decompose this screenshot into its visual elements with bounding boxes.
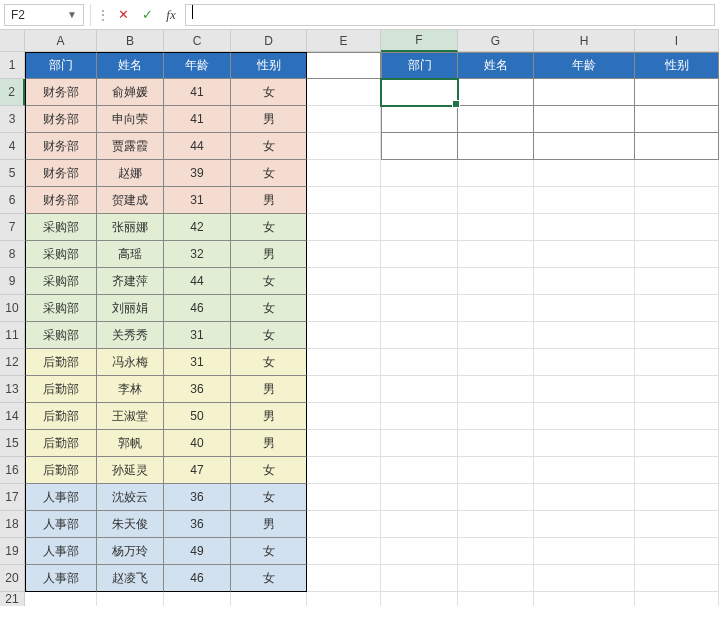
row-header-13[interactable]: 13 [0, 376, 25, 403]
cell-G7[interactable] [458, 214, 534, 241]
cell-A4[interactable]: 财务部 [25, 133, 97, 160]
cell-D12[interactable]: 女 [231, 349, 307, 376]
cell-C16[interactable]: 47 [164, 457, 231, 484]
cell-F13[interactable] [381, 376, 458, 403]
cell-F3[interactable] [381, 106, 458, 133]
row-header-21[interactable]: 21 [0, 592, 25, 606]
cell-G1[interactable]: 姓名 [458, 52, 534, 79]
row-header-15[interactable]: 15 [0, 430, 25, 457]
formula-input[interactable] [185, 4, 715, 26]
cell-F15[interactable] [381, 430, 458, 457]
cell-I5[interactable] [635, 160, 719, 187]
cell-D5[interactable]: 女 [231, 160, 307, 187]
cell-F1[interactable]: 部门 [381, 52, 458, 79]
cell-C10[interactable]: 46 [164, 295, 231, 322]
cell-F12[interactable] [381, 349, 458, 376]
fx-icon[interactable]: fx [161, 7, 181, 23]
row-header-17[interactable]: 17 [0, 484, 25, 511]
cell-I16[interactable] [635, 457, 719, 484]
col-header-E[interactable]: E [307, 30, 381, 52]
cell-F17[interactable] [381, 484, 458, 511]
cell-F16[interactable] [381, 457, 458, 484]
spreadsheet-grid[interactable]: ABCDEFGHI 123456789101112131415161718192… [0, 30, 719, 624]
cell-A10[interactable]: 采购部 [25, 295, 97, 322]
enter-icon[interactable]: ✓ [137, 7, 157, 22]
cell-E20[interactable] [307, 565, 381, 592]
cell-E12[interactable] [307, 349, 381, 376]
cell-A18[interactable]: 人事部 [25, 511, 97, 538]
cell-G8[interactable] [458, 241, 534, 268]
cell-D13[interactable]: 男 [231, 376, 307, 403]
cell-A12[interactable]: 后勤部 [25, 349, 97, 376]
cell-C14[interactable]: 50 [164, 403, 231, 430]
cell-I12[interactable] [635, 349, 719, 376]
cell-G4[interactable] [458, 133, 534, 160]
cell-I10[interactable] [635, 295, 719, 322]
cell-C2[interactable]: 41 [164, 79, 231, 106]
cell-E9[interactable] [307, 268, 381, 295]
cell-A8[interactable]: 采购部 [25, 241, 97, 268]
cell-B3[interactable]: 申向荣 [97, 106, 164, 133]
cell-A20[interactable]: 人事部 [25, 565, 97, 592]
cell-F21[interactable] [381, 592, 458, 606]
cell-A13[interactable]: 后勤部 [25, 376, 97, 403]
cell-H10[interactable] [534, 295, 635, 322]
cell-C15[interactable]: 40 [164, 430, 231, 457]
cell-H4[interactable] [534, 133, 635, 160]
cell-H8[interactable] [534, 241, 635, 268]
row-header-1[interactable]: 1 [0, 52, 25, 79]
cell-D11[interactable]: 女 [231, 322, 307, 349]
row-header-3[interactable]: 3 [0, 106, 25, 133]
cell-I2[interactable] [635, 79, 719, 106]
cell-B6[interactable]: 贺建成 [97, 187, 164, 214]
col-header-G[interactable]: G [458, 30, 534, 52]
cell-C5[interactable]: 39 [164, 160, 231, 187]
cell-H19[interactable] [534, 538, 635, 565]
cell-G19[interactable] [458, 538, 534, 565]
col-header-C[interactable]: C [164, 30, 231, 52]
cell-I18[interactable] [635, 511, 719, 538]
cell-E1[interactable] [307, 52, 381, 79]
row-header-11[interactable]: 11 [0, 322, 25, 349]
cell-H1[interactable]: 年龄 [534, 52, 635, 79]
cancel-icon[interactable]: ✕ [113, 7, 133, 22]
cell-I7[interactable] [635, 214, 719, 241]
cell-D18[interactable]: 男 [231, 511, 307, 538]
cell-C1[interactable]: 年龄 [164, 52, 231, 79]
row-header-5[interactable]: 5 [0, 160, 25, 187]
row-header-7[interactable]: 7 [0, 214, 25, 241]
cell-I21[interactable] [635, 592, 719, 606]
cell-A16[interactable]: 后勤部 [25, 457, 97, 484]
cell-E17[interactable] [307, 484, 381, 511]
cell-B2[interactable]: 俞婵媛 [97, 79, 164, 106]
cell-C18[interactable]: 36 [164, 511, 231, 538]
cell-H5[interactable] [534, 160, 635, 187]
cell-B10[interactable]: 刘丽娟 [97, 295, 164, 322]
cell-B11[interactable]: 关秀秀 [97, 322, 164, 349]
cell-C6[interactable]: 31 [164, 187, 231, 214]
row-header-4[interactable]: 4 [0, 133, 25, 160]
cell-F11[interactable] [381, 322, 458, 349]
cell-E21[interactable] [307, 592, 381, 606]
cell-A1[interactable]: 部门 [25, 52, 97, 79]
cell-G14[interactable] [458, 403, 534, 430]
cell-B18[interactable]: 朱天俊 [97, 511, 164, 538]
cell-A7[interactable]: 采购部 [25, 214, 97, 241]
chevron-down-icon[interactable]: ▼ [67, 9, 77, 20]
row-header-6[interactable]: 6 [0, 187, 25, 214]
cell-D6[interactable]: 男 [231, 187, 307, 214]
cell-A17[interactable]: 人事部 [25, 484, 97, 511]
cell-H6[interactable] [534, 187, 635, 214]
col-header-H[interactable]: H [534, 30, 635, 52]
cell-B14[interactable]: 王淑堂 [97, 403, 164, 430]
col-header-B[interactable]: B [97, 30, 164, 52]
cell-E14[interactable] [307, 403, 381, 430]
row-header-9[interactable]: 9 [0, 268, 25, 295]
cell-C20[interactable]: 46 [164, 565, 231, 592]
cell-G21[interactable] [458, 592, 534, 606]
cell-B1[interactable]: 姓名 [97, 52, 164, 79]
cell-B7[interactable]: 张丽娜 [97, 214, 164, 241]
cell-G18[interactable] [458, 511, 534, 538]
cell-H2[interactable] [534, 79, 635, 106]
cell-E8[interactable] [307, 241, 381, 268]
